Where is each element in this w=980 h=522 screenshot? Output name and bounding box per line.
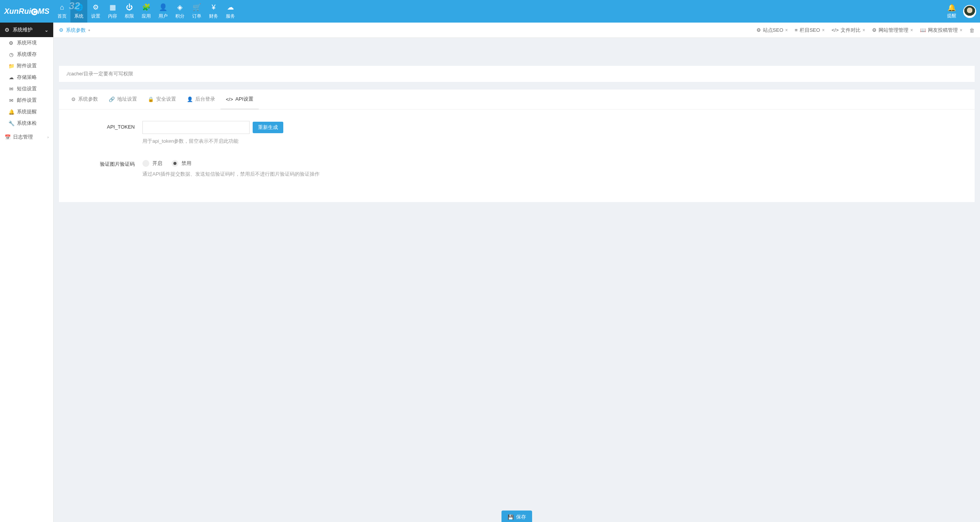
tab-label: 栏目SEO xyxy=(800,27,820,34)
panel-tab-label: 后台登录 xyxy=(195,96,215,103)
form-row-captcha: 验证图片验证码 开启 禁用 通过API插件提交数据、发送短信验证码时，禁用后不进… xyxy=(66,158,968,187)
panel-tab-security[interactable]: 🔒安全设置 xyxy=(142,90,181,109)
nav-points[interactable]: ◈积分 xyxy=(172,0,188,23)
sidebar-item-label: 日志管理 xyxy=(13,134,33,140)
sidebar-item-storage[interactable]: ☁存储策略 xyxy=(0,72,53,83)
panel-tab-api[interactable]: </>API设置 xyxy=(220,90,259,109)
tabbar-current[interactable]: ⚙ 系统参数 ● xyxy=(59,27,90,34)
sidebar-item-label: 系统体检 xyxy=(17,120,37,127)
folder-icon: 📁 xyxy=(8,63,14,69)
save-button[interactable]: 💾 保存 xyxy=(501,511,532,522)
sidebar: ⚙ 系统维护 ⌄ ⚙系统环境 ◷系统缓存 📁附件设置 ☁存储策略 ✉短信设置 ✉… xyxy=(0,23,54,522)
dot-icon: ● xyxy=(88,28,90,32)
gear-icon: ⚙ xyxy=(872,27,877,33)
close-icon[interactable]: × xyxy=(862,28,865,33)
nav-order[interactable]: 🛒订单 xyxy=(188,0,205,23)
sidebar-item-log[interactable]: 📅 日志管理 › xyxy=(0,131,53,143)
nav-finance[interactable]: ¥财务 xyxy=(205,0,222,23)
nav-system[interactable]: 🌐系统 xyxy=(70,0,87,23)
panel: ⚙系统参数 🔗地址设置 🔒安全设置 👤后台登录 </>API设置 API_TOK… xyxy=(59,90,975,202)
sidebar-group-maintain[interactable]: ⚙ 系统维护 ⌄ xyxy=(0,23,53,37)
tab-contribute[interactable]: 📖网友投稿管理× xyxy=(920,27,962,34)
sidebar-item-cache[interactable]: ◷系统缓存 xyxy=(0,49,53,60)
panel-tab-label: 系统参数 xyxy=(78,96,98,103)
radio-icon xyxy=(172,160,178,167)
sidebar-item-label: 邮件设置 xyxy=(17,97,37,104)
captcha-radio-off[interactable]: 禁用 xyxy=(172,160,191,167)
save-label: 保存 xyxy=(516,514,526,520)
power-icon: ⏻ xyxy=(126,3,133,11)
sidebar-item-health[interactable]: 🔧系统体检 xyxy=(0,117,53,129)
nav-user[interactable]: 👤用户 xyxy=(155,0,172,23)
nav-home[interactable]: ⌂首页 xyxy=(54,0,70,23)
envelope-icon: ✉ xyxy=(8,86,14,92)
nav-permission[interactable]: ⏻权限 xyxy=(121,0,138,23)
api-token-input[interactable] xyxy=(142,121,250,134)
avatar[interactable] xyxy=(963,5,976,18)
calendar-icon: 📅 xyxy=(5,134,10,140)
nav-content[interactable]: ▦内容 xyxy=(104,0,121,23)
close-icon[interactable]: × xyxy=(822,28,825,33)
sidebar-item-attach[interactable]: 📁附件设置 xyxy=(0,60,53,72)
nav-label: 内容 xyxy=(108,13,117,20)
sidebar-item-env[interactable]: ⚙系统环境 xyxy=(0,37,53,49)
chevron-down-icon: ⌄ xyxy=(44,27,49,33)
code-icon: </> xyxy=(831,27,839,33)
nav-service[interactable]: ☁服务 xyxy=(222,0,239,23)
bell-icon: 🔔 xyxy=(8,109,14,115)
captcha-help: 通过API插件提交数据、发送短信验证码时，禁用后不进行图片验证码的验证操作 xyxy=(142,171,968,178)
save-icon: 💾 xyxy=(508,514,514,520)
tab-label: 文件对比 xyxy=(841,27,861,34)
remind-label: 提醒 xyxy=(947,13,956,19)
lock-icon: 🔒 xyxy=(148,96,154,102)
nav-label: 积分 xyxy=(175,13,185,20)
remind-button[interactable]: 🔔 提醒 xyxy=(943,1,960,21)
sidebar-item-label: 系统环境 xyxy=(17,39,37,46)
close-icon[interactable]: × xyxy=(785,28,788,33)
panel-tab-label: API设置 xyxy=(235,96,253,103)
gear-icon: ⚙ xyxy=(93,3,99,11)
home-icon: ⌂ xyxy=(60,3,64,11)
tab-site-manage[interactable]: ⚙网站管理管理× xyxy=(872,27,913,34)
sidebar-item-sms[interactable]: ✉短信设置 xyxy=(0,83,53,95)
sidebar-item-mail[interactable]: ✉邮件设置 xyxy=(0,95,53,106)
gear-icon: ⚙ xyxy=(71,96,76,102)
tabbar: ⚙ 系统参数 ● ⚙站点SEO× ≡栏目SEO× </>文件对比× ⚙网站管理管… xyxy=(54,23,980,38)
nav-app[interactable]: 🧩应用 xyxy=(138,0,155,23)
logo[interactable]: XunRuiCMS xyxy=(0,0,54,23)
panel-tab-label: 安全设置 xyxy=(156,96,176,103)
tab-col-seo[interactable]: ≡栏目SEO× xyxy=(795,27,825,34)
globe-icon: 🌐 xyxy=(75,3,83,11)
chevron-right-icon: › xyxy=(47,135,49,139)
wrench-icon: 🔧 xyxy=(8,121,14,126)
cloud-icon: ☁ xyxy=(227,3,234,11)
nav-settings[interactable]: ⚙设置 xyxy=(87,0,104,23)
tab-site-seo[interactable]: ⚙站点SEO× xyxy=(756,27,788,34)
close-icon[interactable]: × xyxy=(960,28,962,33)
diamond-icon: ◈ xyxy=(177,3,183,11)
form-row-api-token: API_TOKEN 重新生成 用于api_token参数，留空表示不开启此功能 xyxy=(66,121,968,154)
sidebar-item-remind[interactable]: 🔔系统提醒 xyxy=(0,106,53,117)
captcha-radio-on[interactable]: 开启 xyxy=(142,160,162,167)
trash-icon[interactable]: 🗑 xyxy=(969,27,975,33)
nav-label: 设置 xyxy=(91,13,100,20)
api-token-control: 重新生成 用于api_token参数，留空表示不开启此功能 xyxy=(142,121,968,154)
panel-tab-url[interactable]: 🔗地址设置 xyxy=(103,90,142,109)
radio-label: 开启 xyxy=(152,160,162,167)
notice-bar: ./cache/目录一定要有可写权限 xyxy=(59,66,975,82)
regenerate-button[interactable]: 重新生成 xyxy=(253,122,283,133)
user-icon: 👤 xyxy=(187,96,193,102)
panel-tab-login[interactable]: 👤后台登录 xyxy=(181,90,220,109)
yen-icon: ¥ xyxy=(212,3,216,11)
tab-file-diff[interactable]: </>文件对比× xyxy=(831,27,865,34)
tab-label: 站点SEO xyxy=(763,27,783,34)
panel-tab-system[interactable]: ⚙系统参数 xyxy=(66,90,103,109)
close-icon[interactable]: × xyxy=(910,28,913,33)
content: ./cache/目录一定要有可写权限 ⚙系统参数 🔗地址设置 🔒安全设置 👤后台… xyxy=(54,60,980,207)
api-token-label: API_TOKEN xyxy=(66,121,142,154)
code-icon: </> xyxy=(226,96,233,102)
cloud-icon: ☁ xyxy=(8,75,14,80)
nav-label: 应用 xyxy=(142,13,151,20)
tabbar-current-label: 系统参数 xyxy=(66,27,86,34)
gear-icon: ⚙ xyxy=(8,40,14,46)
